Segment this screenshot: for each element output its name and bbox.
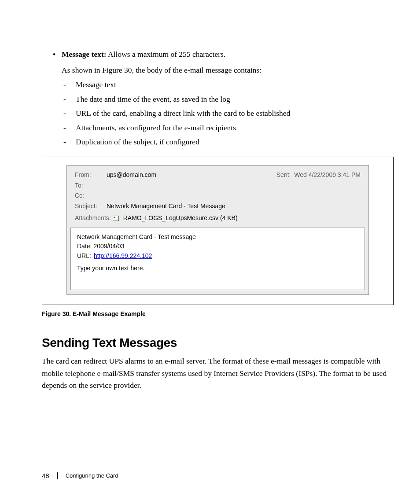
email-body-text: Type your own text here. xyxy=(77,264,358,273)
cc-label: Cc: xyxy=(75,191,107,200)
dash-marker: - xyxy=(62,106,76,120)
svg-rect-3 xyxy=(114,220,118,220)
footer-divider xyxy=(57,472,58,479)
attachment-filename: RAMO_LOGS_LogUpsMesure.csv (4 KB) xyxy=(123,214,238,221)
from-value: ups@domain.com xyxy=(107,171,276,180)
to-value xyxy=(107,181,361,190)
dash-marker: - xyxy=(62,135,76,149)
intro-text: As shown in Figure 30, the body of the e… xyxy=(62,63,394,77)
page-number: 48 xyxy=(42,472,49,479)
page-footer: 48 Configuring the Card xyxy=(42,472,118,479)
attachment-file-icon xyxy=(113,215,119,221)
dash-list: -Message text -The date and time of the … xyxy=(62,77,394,149)
bullet-item: • Message text: Allows a maximum of 255 … xyxy=(53,48,394,60)
attachments-row: Attachments: RAMO_LOGS_LogUpsMesure.csv … xyxy=(75,213,361,221)
email-preview: From: ups@domain.com Sent: Wed 4/22/2009… xyxy=(66,165,369,295)
bullet-marker: • xyxy=(53,48,62,60)
dash-marker: - xyxy=(62,121,76,135)
dash-item: URL of the card, enabling a direct link … xyxy=(76,106,290,120)
email-body-url-link[interactable]: http://166.99.224.102 xyxy=(94,251,152,261)
subject-label: Subject: xyxy=(75,202,107,211)
bullet-lead-text: Message text: xyxy=(62,50,107,59)
dash-item: Duplication of the subject, if configure… xyxy=(76,135,199,149)
footer-section: Configuring the Card xyxy=(66,472,118,479)
subject-value: Network Management Card - Test Message xyxy=(107,202,361,211)
dash-item: The date and time of the event, as saved… xyxy=(76,92,230,106)
dash-marker: - xyxy=(62,92,76,106)
dash-item: Message text xyxy=(76,77,116,92)
to-label: To: xyxy=(75,181,107,190)
email-body: Network Management Card - Test message D… xyxy=(70,228,365,291)
sent-value: Sent: Wed 4/22/2009 3:41 PM xyxy=(276,171,361,180)
figure-frame: From: ups@domain.com Sent: Wed 4/22/2009… xyxy=(42,157,394,305)
section-heading: Sending Text Messages xyxy=(42,336,394,350)
email-body-title: Network Management Card - Test message xyxy=(77,232,358,242)
from-label: From: xyxy=(75,171,107,180)
email-body-url-label: URL: xyxy=(77,251,91,261)
svg-rect-1 xyxy=(114,217,115,218)
dash-item: Attachments, as configured for the e-mai… xyxy=(76,121,236,135)
dash-marker: - xyxy=(62,77,76,92)
cc-value xyxy=(107,191,361,200)
attachments-label: Attachments: xyxy=(75,214,111,221)
figure-caption: Figure 30. E-Mail Message Example xyxy=(42,310,394,317)
email-body-date: Date: 2009/04/03 xyxy=(77,242,358,251)
body-paragraph: The card can redirect UPS alarms to an e… xyxy=(42,355,394,391)
bullet-rest-text: Allows a maximum of 255 characters. xyxy=(107,50,226,59)
email-header: From: ups@domain.com Sent: Wed 4/22/2009… xyxy=(67,166,368,224)
svg-rect-2 xyxy=(114,219,118,219)
